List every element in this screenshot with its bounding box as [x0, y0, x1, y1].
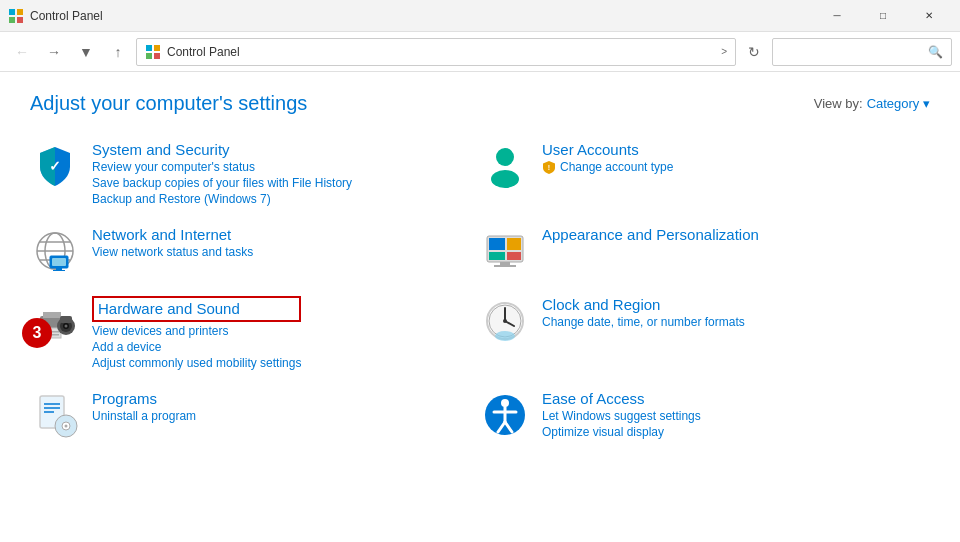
user-accounts-content: User Accounts ! Change account type	[542, 141, 673, 174]
view-by-dropdown[interactable]: Category ▾	[867, 96, 930, 111]
ease-access-title[interactable]: Ease of Access	[542, 390, 701, 407]
search-input[interactable]	[781, 45, 924, 59]
minimize-button[interactable]: ─	[814, 0, 860, 32]
network-internet-content: Network and Internet View network status…	[92, 226, 253, 259]
category-programs: Programs Uninstall a program	[30, 384, 480, 446]
system-link-1[interactable]: Review your computer's status	[92, 160, 352, 174]
svg-rect-5	[154, 45, 160, 51]
change-account-type-link[interactable]: Change account type	[560, 160, 673, 174]
content-area: Adjust your computer's settings View by:…	[0, 72, 960, 466]
category-user-accounts: User Accounts ! Change account type	[480, 135, 930, 212]
system-link-3[interactable]: Backup and Restore (Windows 7)	[92, 192, 352, 206]
ease-link-2[interactable]: Optimize visual display	[542, 425, 701, 439]
user-accounts-icon	[480, 141, 530, 191]
close-button[interactable]: ✕	[906, 0, 952, 32]
forward-button[interactable]: →	[40, 38, 68, 66]
network-link-1[interactable]: View network status and tasks	[92, 245, 253, 259]
svg-rect-25	[507, 252, 521, 260]
page-header: Adjust your computer's settings View by:…	[30, 92, 930, 115]
svg-rect-18	[52, 258, 66, 266]
address-path: Control Panel	[167, 45, 715, 59]
title-bar-title: Control Panel	[30, 9, 103, 23]
hardware-link-1[interactable]: View devices and printers	[92, 324, 301, 338]
hardware-sound-title-box: Hardware and Sound	[92, 296, 301, 322]
system-link-2[interactable]: Save backup copies of your files with Fi…	[92, 176, 352, 190]
svg-rect-37	[60, 316, 72, 323]
appearance-content: Appearance and Personalization	[542, 226, 759, 243]
svg-rect-4	[146, 45, 152, 51]
category-clock-region: Clock and Region Change date, time, or n…	[480, 290, 930, 376]
programs-icon	[30, 390, 80, 440]
network-internet-title[interactable]: Network and Internet	[92, 226, 253, 243]
category-ease-access: Ease of Access Let Windows suggest setti…	[480, 384, 930, 446]
category-appearance: Appearance and Personalization	[480, 220, 930, 282]
address-arrow: >	[721, 46, 727, 57]
up-button[interactable]: ↑	[104, 38, 132, 66]
title-bar-controls: ─ □ ✕	[814, 0, 952, 32]
address-box[interactable]: Control Panel >	[136, 38, 736, 66]
svg-text:✓: ✓	[49, 158, 61, 174]
programs-content: Programs Uninstall a program	[92, 390, 196, 423]
user-accounts-title[interactable]: User Accounts	[542, 141, 673, 158]
svg-text:!: !	[548, 164, 550, 171]
category-hardware-sound: 3 Hardware	[30, 290, 480, 376]
category-network-internet: Network and Internet View network status…	[30, 220, 480, 282]
appearance-icon	[480, 226, 530, 276]
svg-rect-23	[507, 238, 521, 250]
clock-region-content: Clock and Region Change date, time, or n…	[542, 296, 745, 329]
hardware-sound-content: Hardware and Sound View devices and prin…	[92, 296, 301, 370]
svg-rect-19	[56, 268, 62, 270]
network-internet-icon	[30, 226, 80, 276]
svg-rect-29	[43, 312, 61, 318]
svg-point-50	[65, 425, 68, 428]
category-system-security: ✓ System and Security Review your comput…	[30, 135, 480, 212]
step-3-badge: 3	[22, 318, 52, 348]
svg-rect-20	[53, 270, 65, 271]
recent-button[interactable]: ▼	[72, 38, 100, 66]
maximize-button[interactable]: □	[860, 0, 906, 32]
svg-rect-0	[9, 9, 15, 15]
clock-link-1[interactable]: Change date, time, or number formats	[542, 315, 745, 329]
address-bar: ← → ▼ ↑ Control Panel > ↻ 🔍	[0, 32, 960, 72]
shield-yellow-icon: !	[542, 160, 556, 174]
categories-grid: ✓ System and Security Review your comput…	[30, 135, 930, 446]
programs-title[interactable]: Programs	[92, 390, 196, 407]
svg-point-42	[503, 319, 507, 323]
hardware-link-3[interactable]: Adjust commonly used mobility settings	[92, 356, 301, 370]
svg-point-36	[65, 325, 68, 328]
svg-rect-6	[146, 53, 152, 59]
title-bar-left: Control Panel	[8, 8, 103, 24]
view-by-label: View by:	[814, 96, 863, 111]
refresh-button[interactable]: ↻	[740, 38, 768, 66]
svg-point-10	[491, 170, 519, 188]
system-security-title[interactable]: System and Security	[92, 141, 352, 158]
svg-rect-27	[494, 265, 516, 267]
ease-access-content: Ease of Access Let Windows suggest setti…	[542, 390, 701, 439]
search-icon[interactable]: 🔍	[928, 45, 943, 59]
ease-link-1[interactable]: Let Windows suggest settings	[542, 409, 701, 423]
title-bar-app-icon	[8, 8, 24, 24]
programs-link-1[interactable]: Uninstall a program	[92, 409, 196, 423]
page-title: Adjust your computer's settings	[30, 92, 307, 115]
svg-point-9	[496, 148, 514, 166]
hardware-sound-title[interactable]: Hardware and Sound	[98, 300, 240, 317]
appearance-title[interactable]: Appearance and Personalization	[542, 226, 759, 243]
view-by: View by: Category ▾	[814, 96, 930, 111]
system-security-content: System and Security Review your computer…	[92, 141, 352, 206]
svg-rect-26	[500, 262, 510, 265]
svg-rect-24	[489, 252, 505, 260]
ease-access-icon	[480, 390, 530, 440]
clock-region-icon	[480, 296, 530, 346]
clock-region-title[interactable]: Clock and Region	[542, 296, 745, 313]
hardware-link-2[interactable]: Add a device	[92, 340, 301, 354]
search-box[interactable]: 🔍	[772, 38, 952, 66]
system-security-icon: ✓	[30, 141, 80, 191]
svg-rect-7	[154, 53, 160, 59]
svg-rect-3	[17, 17, 23, 23]
svg-rect-22	[489, 238, 505, 250]
svg-rect-1	[17, 9, 23, 15]
svg-rect-2	[9, 17, 15, 23]
svg-point-43	[495, 331, 515, 341]
address-icon	[145, 44, 161, 60]
back-button[interactable]: ←	[8, 38, 36, 66]
